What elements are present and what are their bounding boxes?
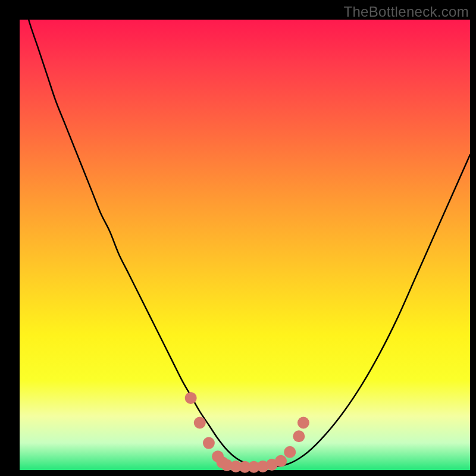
chart-frame: TheBottleneck.com [0,0,476,476]
plot-area [20,20,470,470]
watermark-text: TheBottleneck.com [343,4,469,20]
